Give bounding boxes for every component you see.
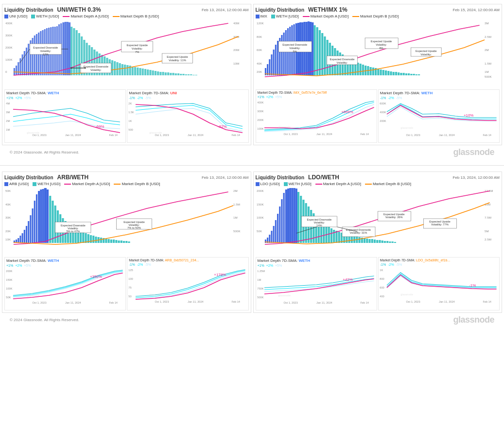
depth-bl-1-legend: +1%+2%+5% [5, 264, 125, 267]
svg-text:500K: 500K [257, 296, 264, 299]
svg-text:30K: 30K [5, 216, 11, 219]
svg-text:7.5M: 7.5M [485, 216, 491, 219]
svg-rect-337 [291, 188, 293, 243]
svg-text:Oct 1, 2023: Oct 1, 2023 [155, 300, 169, 303]
svg-rect-61 [132, 67, 134, 75]
svg-rect-186 [384, 70, 386, 75]
svg-text:Jan 11, 2024: Jan 11, 2024 [188, 300, 204, 303]
svg-text:Expected Upside: Expected Upside [429, 220, 450, 223]
depth-bl-1: Market Depth 7D-SMA: WETH +1%+2%+5% 200K… [4, 257, 126, 310]
depth-br-2-legend: -1%-2%-5% [379, 263, 499, 266]
svg-text:Volatility:: Volatility: [336, 61, 348, 64]
legend-depth-a: Market Depth A [USD] [63, 14, 108, 18]
page: Liquidity Distribution UNI/WETH 0.3% Feb… [0, 0, 504, 331]
legend-label-depth-b-br: Market Depth B [USD] [373, 182, 411, 186]
legend-line-a [63, 16, 70, 17]
svg-rect-329 [275, 220, 276, 243]
svg-rect-242 [17, 238, 19, 243]
svg-text:Volatility:: Volatility: [132, 47, 143, 50]
svg-text:100K: 100K [257, 127, 264, 130]
svg-text:glassnode: glassnode [149, 293, 162, 296]
svg-text:80K: 80K [257, 35, 262, 38]
svg-text:Oct 1, 2023: Oct 1, 2023 [32, 134, 46, 137]
bottom-left-panel: Liquidity Distribution ARB/WETH Feb 13, … [2, 172, 251, 313]
svg-text:Oct 1, 2023: Oct 1, 2023 [155, 134, 169, 137]
top-right-chart-svg: 120K 80K 60K 40K 20K 3M 2.5M 2M 1.5M 1M … [256, 19, 500, 87]
svg-text:5%: 5% [293, 50, 296, 53]
svg-rect-65 [142, 69, 144, 75]
svg-text:Jan 11, 2024: Jan 11, 2024 [316, 301, 332, 304]
svg-text:Volatility: 31%: Volatility: 31% [349, 231, 367, 234]
svg-text:glassnode: glassnode [278, 294, 291, 297]
svg-rect-177 [362, 65, 364, 75]
svg-text:100K: 100K [6, 287, 13, 290]
svg-text:-82%: -82% [218, 124, 227, 128]
svg-rect-339 [295, 189, 297, 243]
svg-rect-255 [44, 188, 47, 243]
svg-rect-57 [122, 64, 123, 75]
svg-text:2M: 2M [6, 120, 10, 122]
svg-rect-54 [114, 61, 116, 75]
svg-text:2.5M: 2.5M [485, 35, 491, 38]
legend-label-weth: WETH [USD] [36, 14, 59, 18]
brand-2: glassnode [449, 314, 498, 326]
legend-line-a-br [315, 184, 322, 185]
svg-rect-258 [52, 201, 53, 243]
svg-text:5% to 47%: 5% to 47% [66, 230, 80, 233]
svg-text:glassnode: glassnode [400, 293, 413, 296]
legend-uni: UNI [USD] [4, 14, 27, 18]
legend-arb: ARB [USD] [4, 182, 29, 186]
svg-text:Expected Upside: Expected Upside [167, 55, 188, 58]
top-right-panel: Liquidity Distribution WETH/IMX 1% Feb 1… [253, 4, 503, 145]
svg-text:50K: 50K [5, 189, 11, 192]
svg-text:glassnode: glassnode [149, 131, 162, 134]
legend-depth-b: Market Depth B [USD] [113, 14, 159, 18]
svg-text:Feb 14: Feb 14 [483, 300, 491, 303]
bottom-left-title-row: Liquidity Distribution ARB/WETH Feb 13, … [4, 174, 249, 181]
svg-text:Expected Downside: Expected Downside [33, 46, 58, 49]
legend-weth-br: WETH [USD] [284, 182, 312, 186]
svg-text:100: 100 [129, 277, 133, 280]
legend-label-weth-bl: WETH [USD] [37, 182, 60, 186]
svg-rect-84 [190, 74, 192, 75]
svg-rect-376 [389, 241, 391, 243]
legend-depth-b-bl: Market Depth B [USD] [114, 182, 160, 186]
svg-text:glassnode: glassnode [27, 294, 39, 297]
depth-tr-2: Market Depth 7D-SMA: WETH -1%-2%-5% 600K… [378, 89, 500, 143]
svg-text:Expected Upside: Expected Upside [123, 221, 144, 223]
svg-rect-83 [188, 74, 190, 75]
legend-weth-bl: WETH [USD] [33, 182, 60, 186]
svg-rect-20 [36, 34, 37, 75]
legend-imx: IMX [256, 14, 267, 18]
svg-text:20K: 20K [5, 229, 11, 233]
svg-rect-137 [271, 54, 272, 75]
svg-rect-252 [38, 191, 40, 243]
svg-text:14%: 14% [316, 224, 322, 227]
svg-text:1.5K: 1.5K [129, 111, 135, 114]
svg-rect-274 [92, 236, 94, 243]
bottom-left-title: Liquidity Distribution [4, 175, 53, 180]
svg-rect-356 [338, 232, 340, 243]
svg-text:1.5M: 1.5M [233, 203, 240, 206]
svg-text:Jan 11, 2024: Jan 11, 2024 [65, 301, 81, 304]
svg-rect-12 [19, 58, 21, 75]
svg-text:Volatility:: Volatility: [289, 47, 300, 50]
svg-rect-285 [121, 240, 122, 243]
svg-rect-198 [415, 74, 417, 75]
svg-rect-275 [95, 237, 97, 243]
depth-bl-2-title: Market Depth 7D-SMA: ARB_0xb50721_234... [127, 257, 248, 263]
svg-text:400K: 400K [5, 21, 13, 25]
svg-rect-72 [159, 72, 161, 75]
svg-rect-78 [175, 73, 177, 75]
svg-text:8%: 8% [379, 47, 383, 50]
svg-text:Oct 1, 2023: Oct 1, 2023 [283, 133, 297, 136]
svg-text:300K: 300K [5, 34, 13, 37]
svg-text:750K: 750K [257, 287, 264, 290]
svg-rect-378 [394, 242, 396, 243]
svg-text:Expected Downside: Expected Downside [61, 224, 86, 227]
svg-rect-270 [82, 232, 84, 243]
svg-rect-377 [391, 241, 393, 243]
svg-rect-283 [115, 240, 117, 243]
svg-text:125: 125 [129, 269, 133, 272]
svg-text:10M: 10M [233, 62, 239, 65]
